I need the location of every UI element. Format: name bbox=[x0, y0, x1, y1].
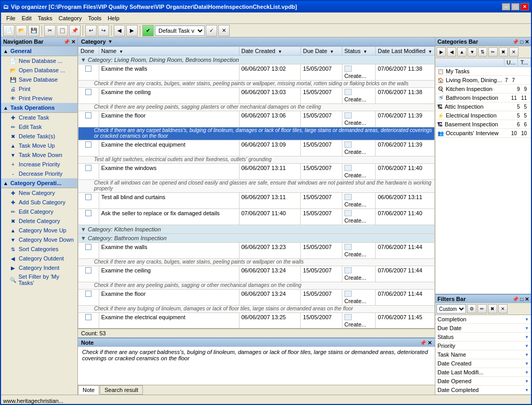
table-row[interactable]: Check if there are any cracks, bulges, w… bbox=[78, 81, 435, 88]
category-row[interactable]: ▼ Category: Living Room, Dining Room, Be… bbox=[78, 56, 435, 64]
table-row[interactable]: Check if there are any peeling paints, s… bbox=[78, 282, 435, 290]
cat-btn-4[interactable]: ▼ bbox=[468, 47, 477, 57]
toolbar-redo[interactable]: ↪ bbox=[98, 25, 109, 36]
sidebar-item-add-sub-category[interactable]: ✚ Add Sub Category bbox=[1, 198, 77, 207]
note-tab-note[interactable]: Note bbox=[78, 385, 99, 395]
menu-tools[interactable]: Tools bbox=[85, 14, 104, 22]
note-tab-search-result[interactable]: Search result bbox=[100, 385, 143, 395]
cat-item-occupants[interactable]: 👥 Occupants' Interview 10 10 bbox=[435, 129, 531, 138]
table-row[interactable]: Examine the ceiling 06/06/2007 13:03 15/… bbox=[78, 88, 435, 104]
col-due-date[interactable]: Due Date ▼ bbox=[301, 47, 342, 56]
toolbar-check[interactable]: ✓ bbox=[206, 25, 217, 36]
sidebar-item-decrease-priority[interactable]: - Decrease Priority bbox=[1, 169, 77, 178]
filter-row-status[interactable]: Status ▼ bbox=[435, 333, 531, 342]
sidebar-item-new-category[interactable]: ✚ New Category bbox=[1, 188, 77, 198]
filter-row-completion[interactable]: Completion ▼ bbox=[435, 315, 531, 324]
category-row[interactable]: ▼ Category: Bathroom Inspection bbox=[78, 234, 435, 243]
cat-item-basement[interactable]: 🏗 Basement Inspection 6 6 bbox=[435, 120, 531, 129]
cat-btn-edit[interactable]: ✏ bbox=[488, 47, 498, 57]
sidebar-item-print-preview[interactable]: 👁 Print Preview bbox=[1, 94, 77, 103]
sidebar-item-delete-category[interactable]: ✖ Delete Category bbox=[1, 216, 77, 226]
table-row[interactable]: Check if there are any cracks, bulges, w… bbox=[78, 259, 435, 266]
filter-row-date-last-modified[interactable]: Date Last Modifi... ▼ bbox=[435, 368, 531, 377]
sidebar-item-category-move-up[interactable]: ▲ Category Move Up bbox=[1, 226, 77, 235]
task-type-dropdown[interactable]: Default Task v bbox=[155, 25, 205, 36]
toolbar-x[interactable]: ✕ bbox=[218, 25, 230, 36]
filter-btn-delete[interactable]: ✖ bbox=[488, 304, 497, 313]
cat-item-my-tasks[interactable]: 📋 My Tasks bbox=[435, 67, 531, 76]
table-row[interactable]: Test all blind and curtains 06/06/2007 1… bbox=[78, 193, 435, 209]
table-row[interactable]: Examine the walls 06/06/2007 13:23 15/05… bbox=[78, 243, 435, 259]
task-operations-header[interactable]: ▲ Task Operations bbox=[1, 103, 77, 113]
minimize-button[interactable]: ─ bbox=[502, 3, 510, 10]
table-row[interactable]: Check if there are any carpet baldness's… bbox=[78, 127, 435, 140]
note-controls[interactable]: 📌 ✕ bbox=[420, 340, 432, 346]
filter-row-date-created[interactable]: Date Created ▼ bbox=[435, 359, 531, 368]
sidebar-item-print[interactable]: 🖨 Print bbox=[1, 84, 77, 94]
menu-tasks[interactable]: Tasks bbox=[35, 14, 56, 22]
sidebar-item-set-filter[interactable]: 🔍 Set Filter by 'My Tasks' bbox=[1, 272, 77, 287]
cat-btn-delete[interactable]: ✖ bbox=[499, 47, 508, 57]
task-table-container[interactable]: Done Name ▼ Date Created ▼ Due Date ▼ St… bbox=[78, 46, 435, 329]
table-row[interactable]: Examine the floor 06/06/2007 13:24 15/05… bbox=[78, 290, 435, 306]
filter-row-date-opened[interactable]: Date Opened ▼ bbox=[435, 377, 531, 386]
filter-row-task-name[interactable]: Task Name ▼ bbox=[435, 350, 531, 359]
toolbar-copy[interactable]: 📋 bbox=[57, 25, 68, 36]
table-row[interactable]: Examine the windows 06/06/2007 13:11 15/… bbox=[78, 164, 435, 180]
toolbar-open[interactable]: 📂 bbox=[16, 25, 27, 36]
toolbar-undo[interactable]: ↩ bbox=[85, 25, 97, 36]
toolbar-new[interactable]: 📄 bbox=[3, 25, 15, 36]
filter-preset-dropdown[interactable]: Custom bbox=[436, 304, 466, 313]
table-row[interactable]: Ask the seller to replace or fix damaged… bbox=[78, 209, 435, 225]
filter-btn-x[interactable]: ✕ bbox=[498, 304, 508, 313]
table-row[interactable]: Examine the ceiling 06/06/2007 13:24 15/… bbox=[78, 266, 435, 282]
menu-help[interactable]: Help bbox=[104, 14, 123, 22]
sidebar-item-increase-priority[interactable]: + Increase Priority bbox=[1, 160, 77, 169]
sidebar-item-edit-task[interactable]: ✏ Edit Task bbox=[1, 122, 77, 132]
category-row[interactable]: ▼ Category: Kitchen Inspection bbox=[78, 225, 435, 234]
sidebar-item-save-database[interactable]: 💾 Save Database bbox=[1, 75, 77, 84]
table-row[interactable]: Examine the floor 06/06/2007 13:06 15/05… bbox=[78, 111, 435, 127]
cat-btn-3[interactable]: ▲ bbox=[457, 47, 467, 57]
cat-btn-5[interactable]: ⇅ bbox=[478, 47, 487, 57]
sidebar-item-edit-category[interactable]: ✏ Edit Category bbox=[1, 207, 77, 216]
sidebar-item-category-move-down[interactable]: ▼ Category Move Down bbox=[1, 235, 77, 244]
toolbar-save[interactable]: 💾 bbox=[28, 25, 39, 36]
filter-btn-1[interactable]: ⚙ bbox=[467, 304, 476, 313]
table-row[interactable]: Examine the electrical equipment 06/06/2… bbox=[78, 313, 435, 329]
table-row[interactable]: Check if there are any peeling paints, s… bbox=[78, 104, 435, 111]
col-status[interactable]: Status ▼ bbox=[342, 47, 375, 56]
table-row[interactable]: Examine the electrical equipment 06/06/2… bbox=[78, 140, 435, 156]
toolbar-green[interactable]: ✔ bbox=[142, 25, 154, 36]
filters-bar-controls[interactable]: 📌 □ ✕ bbox=[512, 296, 529, 302]
cat-btn-1[interactable]: ▶ bbox=[436, 47, 446, 57]
filter-row-priority[interactable]: Priority ▼ bbox=[435, 342, 531, 350]
toolbar-prev[interactable]: ◀ bbox=[114, 25, 125, 36]
cat-item-kitchen[interactable]: 🍳 Kitchen Inspection 9 9 bbox=[435, 85, 531, 94]
table-row[interactable]: Examine the walls 06/06/2007 13:02 15/05… bbox=[78, 64, 435, 81]
sidebar-item-task-move-down[interactable]: ▼ Task Move Down bbox=[1, 150, 77, 160]
menu-category[interactable]: Category bbox=[56, 14, 85, 22]
cat-item-living-room[interactable]: 🏠 Living Room, Dining Be... 7 7 bbox=[435, 76, 531, 85]
filter-btn-pencil[interactable]: ✏ bbox=[477, 304, 487, 313]
sidebar-item-category-indent[interactable]: ▶ Category Indent bbox=[1, 263, 77, 272]
cat-item-bathroom[interactable]: 🚿 Bathroom Inspection 11 11 bbox=[435, 94, 531, 102]
categories-bar-controls[interactable]: 📌 □ ✕ bbox=[512, 39, 529, 45]
table-row[interactable]: Check if all windows can be opened and c… bbox=[78, 180, 435, 193]
cat-btn-x[interactable]: ✕ bbox=[509, 47, 518, 57]
menu-file[interactable]: File bbox=[3, 14, 19, 22]
table-row[interactable]: Test all light switches, electrical outl… bbox=[78, 156, 435, 164]
maximize-button[interactable]: □ bbox=[511, 3, 520, 10]
cat-item-electrical[interactable]: ⚡ Electrical Inspection 5 5 bbox=[435, 111, 531, 120]
sidebar-item-new-database[interactable]: 📄 New Database ... bbox=[1, 56, 77, 66]
sidebar-item-open-database[interactable]: 📂 Open Database ... bbox=[1, 66, 77, 75]
col-date-created[interactable]: Date Created ▼ bbox=[239, 47, 301, 56]
menu-edit[interactable]: Edit bbox=[19, 14, 35, 22]
sidebar-item-task-move-up[interactable]: ▲ Task Move Up bbox=[1, 141, 77, 150]
col-done[interactable]: Done bbox=[78, 47, 99, 56]
sidebar-item-category-outdent[interactable]: ◀ Category Outdent bbox=[1, 254, 77, 263]
table-row[interactable]: Check if there any bulging of linoleum, … bbox=[78, 306, 435, 313]
filter-row-date-completed[interactable]: Date Completed ▼ bbox=[435, 386, 531, 395]
toolbar-paste[interactable]: 📌 bbox=[69, 25, 81, 36]
sidebar-item-create-task[interactable]: ✚ Create Task bbox=[1, 113, 77, 122]
